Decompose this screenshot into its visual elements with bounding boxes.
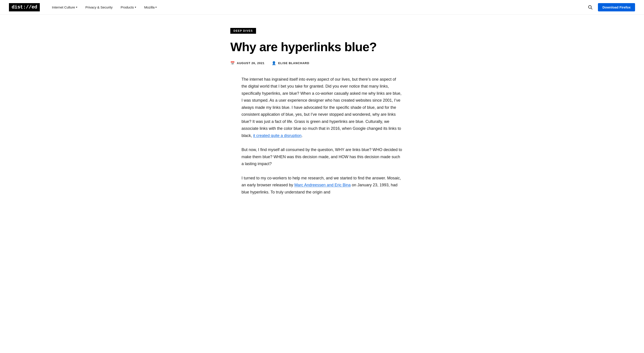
article-author: 👤 ELISE BLANCHARD <box>272 61 309 65</box>
search-icon <box>588 5 592 9</box>
nav-actions: Download Firefox <box>586 3 635 11</box>
chevron-down-icon-products: ▾ <box>135 6 136 9</box>
navigation: dist://ed Internet Culture ▾ Privacy & S… <box>0 0 644 14</box>
calendar-icon: 📅 <box>230 61 235 65</box>
nav-label-products: Products <box>120 5 134 9</box>
article-main: DEEP DIVES Why are hyperlinks blue? 📅 AU… <box>222 14 422 221</box>
article-body: The internet has ingrained itself into e… <box>242 76 402 196</box>
nav-item-mozilla[interactable]: Mozilla ▾ <box>141 3 160 11</box>
article-paragraph-2: But now, I find myself all consumed by t… <box>242 146 402 168</box>
chevron-down-icon-mozilla: ▾ <box>156 6 157 9</box>
article-date: 📅 AUGUST 26, 2021 <box>230 61 264 65</box>
nav-item-privacy-security[interactable]: Privacy & Security <box>82 3 116 11</box>
person-icon: 👤 <box>272 61 276 65</box>
nav-item-products[interactable]: Products ▾ <box>118 3 139 11</box>
marc-eric-link[interactable]: Marc Andreessen and Eric Bina <box>294 183 350 187</box>
article-paragraph-3: I turned to my co-workers to help me res… <box>242 175 402 196</box>
svg-line-1 <box>591 8 592 9</box>
nav-label-internet-culture: Internet Culture <box>52 5 75 9</box>
nav-links: Internet Culture ▾ Privacy & Security Pr… <box>49 3 586 11</box>
article-title: Why are hyperlinks blue? <box>230 40 414 54</box>
site-logo[interactable]: dist://ed <box>9 3 40 11</box>
article-paragraph-1: The internet has ingrained itself into e… <box>242 76 402 139</box>
article-date-text: AUGUST 26, 2021 <box>237 61 264 65</box>
paragraph-2-text: But now, I find myself all consumed by t… <box>242 147 402 166</box>
article-meta: 📅 AUGUST 26, 2021 👤 ELISE BLANCHARD <box>230 61 414 65</box>
download-firefox-button[interactable]: Download Firefox <box>598 3 635 11</box>
nav-label-mozilla: Mozilla <box>144 5 155 9</box>
article-author-text: ELISE BLANCHARD <box>278 61 309 65</box>
category-badge: DEEP DIVES <box>230 28 256 34</box>
nav-item-internet-culture[interactable]: Internet Culture ▾ <box>49 3 80 11</box>
paragraph-1-text-after: . <box>302 133 302 138</box>
search-button[interactable] <box>586 3 594 11</box>
chevron-down-icon: ▾ <box>76 6 77 9</box>
nav-label-privacy-security: Privacy & Security <box>86 5 113 9</box>
paragraph-1-text-before: The internet has ingrained itself into e… <box>242 77 402 138</box>
disruption-link[interactable]: it created quite a disruption <box>253 133 302 138</box>
